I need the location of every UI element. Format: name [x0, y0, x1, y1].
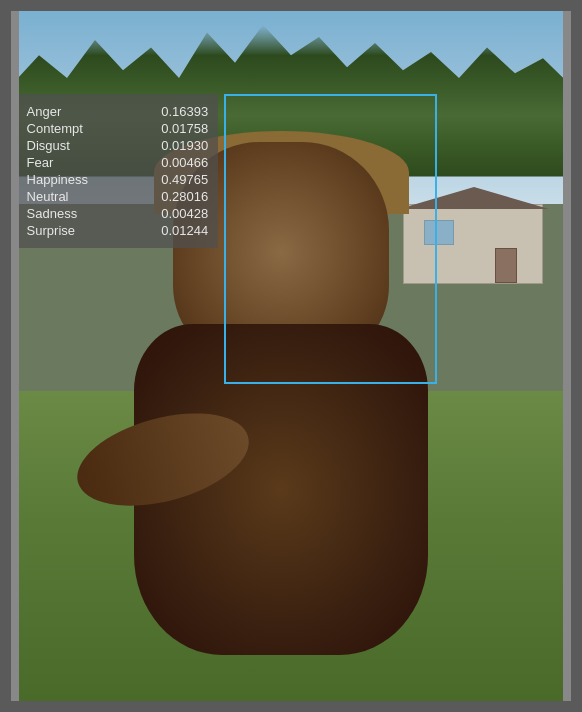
emotion-row: Happiness0.49765	[27, 172, 209, 187]
emotion-value: 0.16393	[153, 104, 208, 119]
house-door	[495, 248, 517, 283]
emotion-label: Anger	[27, 104, 102, 119]
emotion-value: 0.00428	[153, 206, 208, 221]
emotion-value: 0.01244	[153, 223, 208, 238]
emotion-row: Fear0.00466	[27, 155, 209, 170]
main-container: Anger0.16393Contempt0.01758Disgust0.0193…	[11, 11, 571, 701]
emotion-label: Surprise	[27, 223, 102, 238]
emotion-row: Surprise0.01244	[27, 223, 209, 238]
emotion-value: 0.28016	[153, 189, 208, 204]
right-border-bar	[563, 11, 571, 701]
emotion-row: Disgust0.01930	[27, 138, 209, 153]
emotion-label: Contempt	[27, 121, 102, 136]
emotion-value: 0.01930	[153, 138, 208, 153]
left-border-bar	[11, 11, 19, 701]
emotion-row: Neutral0.28016	[27, 189, 209, 204]
emotion-value: 0.01758	[153, 121, 208, 136]
emotion-label: Sadness	[27, 206, 102, 221]
emotion-label: Disgust	[27, 138, 102, 153]
emotion-panel: Anger0.16393Contempt0.01758Disgust0.0193…	[17, 94, 219, 248]
emotion-row: Sadness0.00428	[27, 206, 209, 221]
emotion-value: 0.49765	[153, 172, 208, 187]
emotion-row: Contempt0.01758	[27, 121, 209, 136]
emotion-value: 0.00466	[153, 155, 208, 170]
emotion-label: Fear	[27, 155, 102, 170]
face-detection-box	[224, 94, 437, 384]
emotion-row: Anger0.16393	[27, 104, 209, 119]
emotion-label: Happiness	[27, 172, 102, 187]
emotion-label: Neutral	[27, 189, 102, 204]
